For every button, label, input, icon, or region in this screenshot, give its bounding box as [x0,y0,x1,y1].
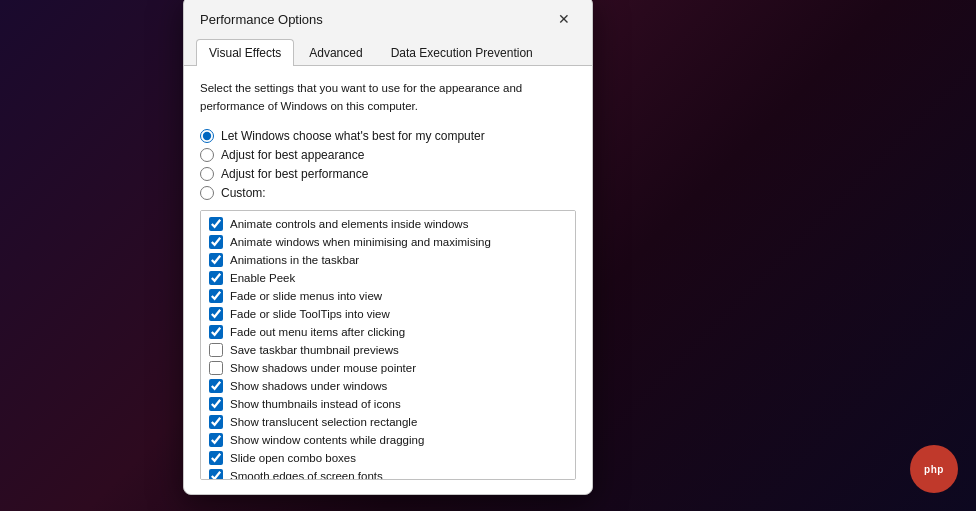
checkbox-item-fade-slide-tooltips[interactable]: Fade or slide ToolTips into view [201,305,575,323]
checkbox-label-animate-controls: Animate controls and elements inside win… [230,218,468,230]
radio-group: Let Windows choose what's best for my co… [200,129,576,200]
dialog-title: Performance Options [200,12,323,27]
radio-best-performance-input[interactable] [200,167,214,181]
checkbox-label-animate-windows: Animate windows when minimising and maxi… [230,236,491,248]
checkbox-enable-peek[interactable] [209,271,223,285]
checkbox-window-contents-dragging[interactable] [209,433,223,447]
checkbox-save-taskbar-thumbnails[interactable] [209,343,223,357]
checkbox-label-fade-slide-menus: Fade or slide menus into view [230,290,382,302]
checkbox-smooth-edges-fonts[interactable] [209,469,223,480]
checkbox-item-fade-slide-menus[interactable]: Fade or slide menus into view [201,287,575,305]
checkbox-item-save-taskbar-thumbnails[interactable]: Save taskbar thumbnail previews [201,341,575,359]
checkbox-translucent-selection[interactable] [209,415,223,429]
checkbox-item-shadows-windows[interactable]: Show shadows under windows [201,377,575,395]
checkbox-slide-combo-boxes[interactable] [209,451,223,465]
checkbox-item-translucent-selection[interactable]: Show translucent selection rectangle [201,413,575,431]
checkbox-animations-taskbar[interactable] [209,253,223,267]
checkbox-item-animate-controls[interactable]: Animate controls and elements inside win… [201,215,575,233]
checkbox-label-save-taskbar-thumbnails: Save taskbar thumbnail previews [230,344,399,356]
radio-custom-input[interactable] [200,186,214,200]
checkbox-shadows-windows[interactable] [209,379,223,393]
checkbox-animate-windows[interactable] [209,235,223,249]
dialog-titlebar: Performance Options ✕ [184,0,592,39]
radio-best-performance[interactable]: Adjust for best performance [200,167,576,181]
checkbox-shadows-mouse[interactable] [209,361,223,375]
checkbox-label-animations-taskbar: Animations in the taskbar [230,254,359,266]
checkbox-animate-controls[interactable] [209,217,223,231]
checkbox-item-fade-out-menu[interactable]: Fade out menu items after clicking [201,323,575,341]
checkbox-label-enable-peek: Enable Peek [230,272,295,284]
checkbox-label-slide-combo-boxes: Slide open combo boxes [230,452,356,464]
radio-custom[interactable]: Custom: [200,186,576,200]
checkbox-item-shadows-mouse[interactable]: Show shadows under mouse pointer [201,359,575,377]
radio-best-appearance-input[interactable] [200,148,214,162]
visual-effects-list[interactable]: Animate controls and elements inside win… [200,210,576,480]
checkbox-item-smooth-edges-fonts[interactable]: Smooth edges of screen fonts [201,467,575,480]
radio-best-appearance[interactable]: Adjust for best appearance [200,148,576,162]
checkbox-label-shadows-mouse: Show shadows under mouse pointer [230,362,416,374]
checkbox-label-fade-slide-tooltips: Fade or slide ToolTips into view [230,308,390,320]
checkbox-thumbnails-icons[interactable] [209,397,223,411]
checkbox-item-window-contents-dragging[interactable]: Show window contents while dragging [201,431,575,449]
radio-windows-choose[interactable]: Let Windows choose what's best for my co… [200,129,576,143]
close-button[interactable]: ✕ [552,7,576,31]
checkbox-label-thumbnails-icons: Show thumbnails instead of icons [230,398,401,410]
checkbox-label-smooth-edges-fonts: Smooth edges of screen fonts [230,470,383,480]
description-text: Select the settings that you want to use… [200,80,576,115]
checkbox-item-thumbnails-icons[interactable]: Show thumbnails instead of icons [201,395,575,413]
dialog-body: Select the settings that you want to use… [184,66,592,494]
tab-data-execution-prevention[interactable]: Data Execution Prevention [378,39,546,66]
radio-windows-choose-input[interactable] [200,129,214,143]
checkbox-label-shadows-windows: Show shadows under windows [230,380,387,392]
checkbox-fade-slide-tooltips[interactable] [209,307,223,321]
checkbox-fade-out-menu[interactable] [209,325,223,339]
tab-advanced[interactable]: Advanced [296,39,375,66]
checkbox-fade-slide-menus[interactable] [209,289,223,303]
checkbox-item-slide-combo-boxes[interactable]: Slide open combo boxes [201,449,575,467]
checkbox-label-translucent-selection: Show translucent selection rectangle [230,416,417,428]
php-badge: php [910,445,958,493]
checkbox-item-animations-taskbar[interactable]: Animations in the taskbar [201,251,575,269]
tab-bar: Visual Effects Advanced Data Execution P… [184,39,592,66]
checkbox-label-fade-out-menu: Fade out menu items after clicking [230,326,405,338]
checkbox-item-animate-windows[interactable]: Animate windows when minimising and maxi… [201,233,575,251]
checkbox-item-enable-peek[interactable]: Enable Peek [201,269,575,287]
checkbox-label-window-contents-dragging: Show window contents while dragging [230,434,424,446]
performance-options-dialog: Performance Options ✕ Visual Effects Adv… [183,0,593,495]
tab-visual-effects[interactable]: Visual Effects [196,39,294,66]
